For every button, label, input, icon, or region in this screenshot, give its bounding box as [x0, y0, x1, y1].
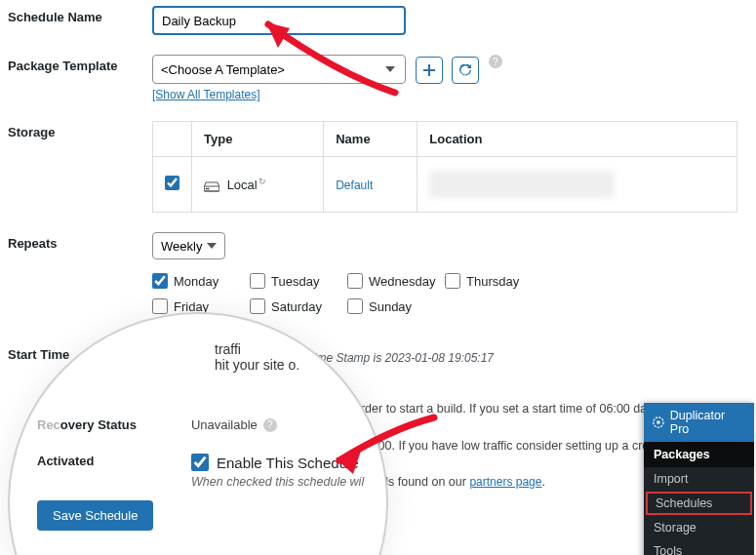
row-storage: Storage Type Name Location L: [0, 115, 756, 226]
label-package-template: Package Template: [8, 55, 152, 73]
label-recovery-status: RecRecovery Statusovery Status: [37, 417, 137, 432]
recovery-status-value: Unavailable ?: [191, 417, 277, 432]
storage-row-checkbox[interactable]: [165, 176, 179, 190]
enable-schedule-hint: When checked this schedule wil: [191, 475, 364, 489]
day-thursday[interactable]: Thursday: [445, 273, 542, 289]
svg-point-3: [657, 420, 659, 423]
enable-schedule-checkbox[interactable]: [191, 454, 209, 471]
table-row: Local↻ Default: [153, 157, 737, 213]
label-storage: Storage: [8, 121, 152, 139]
help-icon[interactable]: ?: [489, 55, 502, 68]
row-package-template: Package Template <Choose A Template> ? […: [0, 49, 756, 115]
row-repeats: Repeats Weekly Monday Tuesday Wednesday …: [0, 226, 756, 337]
help-icon[interactable]: ?: [263, 418, 277, 432]
magnifier-clipped-text: traffi hit your site o.: [215, 341, 299, 373]
hdd-icon: [204, 180, 219, 192]
repeats-select[interactable]: Weekly: [152, 232, 225, 259]
plus-icon: [423, 64, 435, 76]
row-schedule-name: Schedule Name: [0, 0, 756, 49]
svg-point-1: [206, 187, 208, 189]
duplicator-icon: [652, 416, 665, 429]
day-sunday[interactable]: Sunday: [347, 298, 445, 314]
sidebar-section-packages[interactable]: Packages: [644, 442, 754, 467]
label-repeats: Repeats: [8, 232, 152, 251]
sidebar-header[interactable]: Duplicator Pro: [644, 403, 754, 442]
sidebar-item-schedules[interactable]: Schedules: [646, 492, 752, 515]
refresh-template-button[interactable]: [452, 57, 479, 84]
day-monday[interactable]: Monday: [152, 273, 250, 289]
sidebar-item-tools[interactable]: Tools: [644, 539, 754, 555]
storage-name-link[interactable]: Default: [336, 178, 373, 192]
sidebar-item-import[interactable]: Import: [644, 467, 754, 491]
sync-icon: ↻: [259, 177, 266, 186]
plugin-sidebar: Duplicator Pro Packages Import Schedules…: [644, 403, 754, 555]
location-blurred: [429, 171, 615, 198]
day-wednesday[interactable]: Wednesday: [347, 273, 445, 289]
day-tuesday[interactable]: Tuesday: [250, 273, 347, 289]
col-type: Type: [192, 122, 324, 157]
refresh-icon: [459, 64, 471, 76]
label-schedule-name: Schedule Name: [8, 6, 152, 24]
save-schedule-button[interactable]: Save Schedule: [37, 500, 153, 531]
storage-type-label: Local: [227, 178, 258, 192]
add-template-button[interactable]: [416, 57, 443, 84]
schedule-name-input[interactable]: [152, 6, 406, 35]
enable-schedule-label: Enable This Schedule: [217, 455, 359, 471]
label-activated: Activated: [10, 454, 191, 468]
day-saturday[interactable]: Saturday: [250, 298, 347, 314]
storage-table: Type Name Location Local↻ Default: [152, 121, 737, 213]
col-name: Name: [324, 122, 418, 157]
show-all-templates-link[interactable]: [Show All Templates]: [152, 88, 260, 101]
sidebar-item-storage[interactable]: Storage: [644, 516, 754, 539]
partners-page-link[interactable]: partners page: [469, 475, 541, 489]
template-select[interactable]: <Choose A Template>: [152, 55, 406, 84]
col-location: Location: [418, 122, 737, 157]
